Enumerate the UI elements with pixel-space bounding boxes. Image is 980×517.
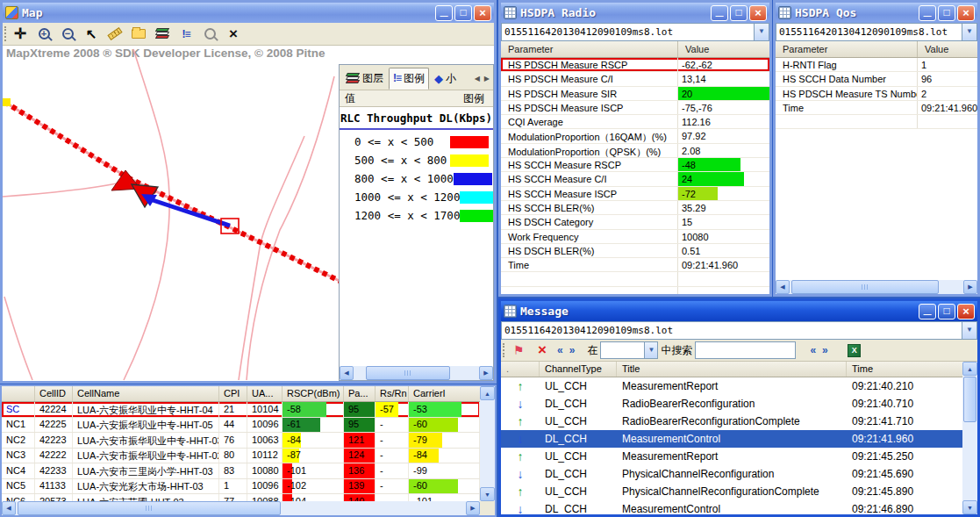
- message-titlebar[interactable]: Message: [501, 301, 977, 321]
- delete-button[interactable]: [223, 25, 244, 44]
- scroll-up-button[interactable]: ▲: [962, 362, 977, 376]
- prev-button[interactable]: «: [555, 344, 565, 356]
- parameter-row[interactable]: Time09:21:41.960: [776, 101, 977, 115]
- zoom-out-button[interactable]: [57, 25, 78, 44]
- dropdown-arrow-icon[interactable]: ▼: [754, 24, 769, 40]
- scroll-left-button[interactable]: ◀: [776, 280, 790, 294]
- parameter-row[interactable]: HS PDSCH Measure C/I13,14: [501, 72, 769, 86]
- parameter-row[interactable]: HS DSCH Category15: [501, 215, 769, 229]
- cell-row[interactable]: NC442233LUA-六安市三里岗小学-HHT-038310080-10113…: [2, 463, 480, 479]
- ruler-button[interactable]: [104, 25, 125, 44]
- column-header-CarrierI[interactable]: CarrierI: [409, 386, 480, 401]
- open-button[interactable]: [128, 25, 149, 44]
- column-header-UA...[interactable]: UA...: [247, 386, 283, 401]
- cell-row[interactable]: SC42224LUA-六安振华职业中专-HHT-042110104-5895-5…: [2, 402, 480, 418]
- toolbar-grip[interactable]: [4, 26, 7, 41]
- parameter-row[interactable]: HS SCCH Measure RSCP-48: [501, 158, 769, 172]
- qos-hscrollbar[interactable]: ◀ ▶: [776, 280, 977, 294]
- export-excel-button[interactable]: X: [844, 341, 865, 360]
- parameter-row[interactable]: CQI Average112.16: [501, 115, 769, 129]
- clear-button[interactable]: [532, 341, 553, 360]
- close-button[interactable]: [957, 5, 975, 21]
- legend-tab-3[interactable]: 小: [431, 68, 460, 89]
- minimize-button[interactable]: [711, 5, 728, 21]
- cell-row[interactable]: NC142225LUA-六安振华职业中专-HHT-054410096-6195-…: [2, 418, 480, 434]
- parameter-row[interactable]: HS SCCH Measure ISCP-72: [501, 187, 769, 201]
- scroll-up-button[interactable]: ▲: [480, 386, 495, 400]
- message-row[interactable]: ↑UL_CCHMeasurementReport09:21:40.210: [501, 377, 962, 395]
- message-row[interactable]: ↑UL_CCHPhysicalChannelReconfigurationCom…: [501, 483, 962, 500]
- column-header-CellName[interactable]: CellName: [73, 386, 219, 401]
- dropdown-arrow-icon[interactable]: ▼: [962, 322, 976, 339]
- zoom-in-button[interactable]: [33, 25, 54, 44]
- select-button[interactable]: [81, 25, 102, 44]
- scroll-thumb[interactable]: [791, 280, 939, 294]
- search-next-button[interactable]: »: [820, 344, 830, 356]
- parameter-row[interactable]: HS PDSCH Measure TS Number2: [776, 87, 977, 101]
- tab-scroll-right-icon[interactable]: ▶: [483, 73, 491, 84]
- legend-tab-1[interactable]: 图层: [343, 68, 387, 89]
- column-header-Pa...[interactable]: Pa...: [344, 386, 376, 401]
- maximize-button[interactable]: [938, 5, 955, 21]
- parameter-row[interactable]: HS SCCH Measure C/I24: [501, 172, 769, 186]
- cell-row[interactable]: NC342222LUA-六安市振华职业中专-HHT-028010112-8712…: [2, 449, 480, 464]
- parameter-row[interactable]: H-RNTI Flag1: [776, 58, 977, 72]
- legend-tab-2[interactable]: 图例: [389, 68, 429, 90]
- message-row[interactable]: ↓DL_CCHMeasurementControl09:21:41.960: [501, 430, 962, 448]
- toolbar-grip[interactable]: [503, 343, 505, 357]
- message-row[interactable]: ↑UL_CCHMeasurementReport09:21:45.250: [501, 448, 962, 465]
- scroll-left-button[interactable]: ◀: [340, 366, 354, 380]
- parameter-row[interactable]: Time09:21:41.960: [501, 258, 769, 272]
- pan-button[interactable]: [10, 25, 31, 44]
- cell-row[interactable]: NC242223LUA-六安市振华职业中专-HHT-037610063-8412…: [2, 433, 480, 449]
- flag-button[interactable]: [508, 341, 529, 360]
- parameter-row[interactable]: HS DSCH BLER(%)0.51: [501, 244, 769, 258]
- dropdown-arrow-icon[interactable]: ▼: [962, 24, 976, 40]
- search-prev-button[interactable]: «: [808, 344, 818, 356]
- message-row[interactable]: ↓DL_CCHRadioBearerReconfiguration09:21:4…: [501, 395, 962, 413]
- column-header-.[interactable]: .: [501, 362, 540, 377]
- cell-row[interactable]: NC541133LUA-六安光彩大市场-HHT-03110096-102139-…: [2, 479, 480, 495]
- parameter-row[interactable]: ModulationProportion（QPSK）(%)2.08: [501, 144, 769, 158]
- parameter-row[interactable]: HS PDSCH Measure SIR20: [501, 87, 769, 101]
- column-header-CellID[interactable]: CellID: [35, 386, 73, 401]
- scroll-thumb[interactable]: [18, 501, 281, 515]
- close-button[interactable]: [474, 5, 491, 21]
- tab-scroll-left-icon[interactable]: ◀: [473, 73, 482, 84]
- column-header-type[interactable]: [2, 386, 35, 401]
- scroll-right-button[interactable]: ▶: [479, 366, 493, 380]
- scroll-right-button[interactable]: ▶: [466, 501, 480, 515]
- minimize-button[interactable]: [919, 304, 936, 320]
- map-canvas[interactable]: MapXtreme 2008 ® SDK Developer License, …: [3, 46, 494, 381]
- next-button[interactable]: »: [568, 344, 577, 356]
- column-header-Title[interactable]: Title: [617, 362, 847, 377]
- column-header-RSCP(dBm)[interactable]: RSCP(dBm): [283, 386, 344, 401]
- search-field-combobox[interactable]: ▼: [600, 341, 658, 359]
- scroll-right-button[interactable]: ▶: [963, 280, 977, 294]
- scroll-left-button[interactable]: ◀: [2, 501, 16, 515]
- cell-table-vscrollbar[interactable]: ▲ ▼: [480, 386, 495, 501]
- parameter-row[interactable]: HS SCCH BLER(%)35.29: [501, 201, 769, 215]
- hsdpa-radio-titlebar[interactable]: HSDPA Radio: [501, 3, 769, 23]
- dropdown-arrow-icon[interactable]: ▼: [644, 342, 657, 358]
- message-logfile-combobox[interactable]: 0155116420130412090109ms8.lot ▼: [501, 321, 977, 340]
- close-button[interactable]: [749, 5, 767, 21]
- parameter-row[interactable]: HS SCCH Data Number96: [776, 72, 977, 86]
- scroll-down-button[interactable]: ▼: [480, 487, 495, 501]
- qos-logfile-combobox[interactable]: 0155116420130412090109ms8.lot ▼: [776, 23, 977, 41]
- column-header-CPI[interactable]: CPI: [219, 386, 247, 401]
- column-header-ChannelType[interactable]: ChannelType: [540, 362, 617, 377]
- layers-button[interactable]: [152, 25, 173, 44]
- maximize-button[interactable]: [938, 304, 955, 320]
- maximize-button[interactable]: [454, 5, 472, 21]
- scroll-thumb[interactable]: [963, 377, 976, 422]
- message-row[interactable]: ↑UL_CCHRadioBearerReconfigurationComplet…: [501, 413, 962, 430]
- message-vscrollbar[interactable]: ▲ ▼: [962, 362, 977, 514]
- parameter-row[interactable]: HS PDSCH Measure ISCP-75,-76: [501, 101, 769, 115]
- scroll-down-button[interactable]: ▼: [962, 500, 977, 514]
- message-row[interactable]: ↓DL_CCHPhysicalChannelReconfiguration09:…: [501, 465, 962, 483]
- minimize-button[interactable]: [919, 5, 936, 21]
- cell-table-hscrollbar[interactable]: ◀ ▶: [2, 501, 495, 515]
- legend-hscrollbar[interactable]: ◀ ▶: [340, 366, 493, 380]
- map-titlebar[interactable]: Map: [3, 3, 494, 23]
